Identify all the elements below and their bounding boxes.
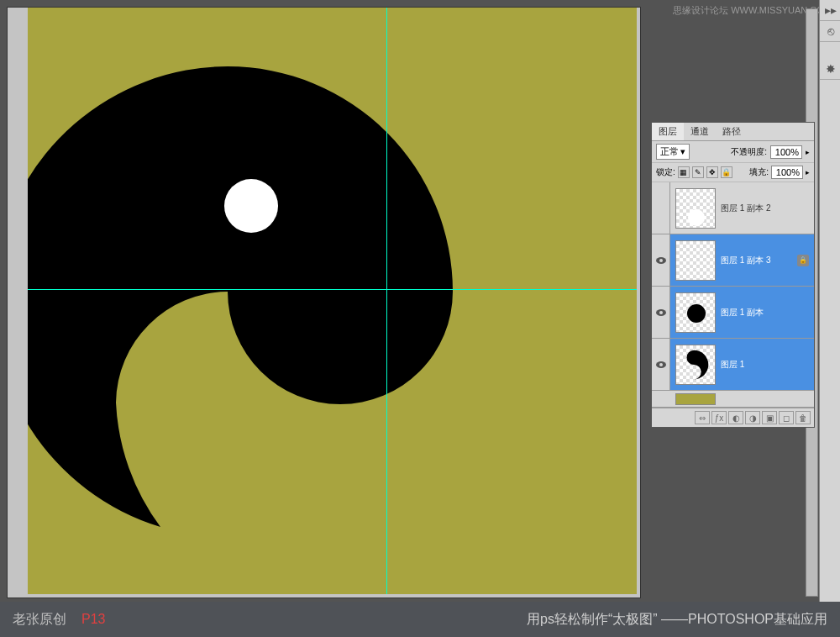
layer-item[interactable]: 图层 1 副本 <box>652 287 814 339</box>
blend-mode-dropdown[interactable]: 正常 ▾ <box>656 144 690 160</box>
layer-thumbnail[interactable] <box>675 188 716 229</box>
collapse-icon[interactable]: ▸▸ <box>820 0 840 21</box>
history-icon[interactable]: ⎋ <box>820 21 840 42</box>
layer-thumbnail[interactable] <box>675 292 716 333</box>
visibility-toggle[interactable] <box>652 339 670 390</box>
link-layers-icon[interactable]: ⇔ <box>695 411 710 424</box>
visibility-toggle[interactable] <box>652 287 670 338</box>
layer-name: 图层 1 副本 <box>721 307 814 318</box>
fill-flyout-icon[interactable]: ▸ <box>806 168 810 176</box>
layer-name: 图层 1 副本 3 <box>721 255 797 266</box>
layer-list: 图层 1 副本 2 图层 1 副本 3 🔒 图层 1 副本 图层 1 <box>652 182 814 408</box>
layer-item[interactable]: 图层 1 副本 3 🔒 <box>652 234 814 287</box>
opacity-flyout-icon[interactable]: ▸ <box>806 148 810 156</box>
right-tool-strip: ▸▸ ⎋ ✸ <box>819 0 840 605</box>
layer-name: 图层 1 <box>721 359 814 371</box>
fill-input[interactable]: 100% <box>771 166 803 179</box>
eye-icon <box>656 361 666 368</box>
page-label: P13 <box>81 612 105 627</box>
bottom-caption-bar: 老张原创 P13 用ps轻松制作“太极图” ——PHOTOSHOP基础应用 <box>0 602 840 637</box>
vertical-guide[interactable] <box>386 8 387 594</box>
adjustment-icon[interactable]: ◑ <box>745 411 760 424</box>
bg-color-swatch <box>675 393 716 405</box>
lock-icon: 🔒 <box>797 255 809 266</box>
layer-thumbnail[interactable] <box>675 345 716 385</box>
lock-brush-icon[interactable]: ✎ <box>692 166 704 178</box>
fill-label: 填充: <box>749 166 769 178</box>
svg-point-0 <box>224 179 278 233</box>
layer-name: 图层 1 副本 2 <box>721 203 814 214</box>
delete-icon[interactable]: 🗑 <box>795 411 811 424</box>
layer-thumbnail[interactable] <box>675 240 716 281</box>
layers-panel: 图层 通道 路径 正常 ▾ 不透明度: 100% ▸ 锁定: ▦ ✎ ✥ 🔒 填… <box>651 122 815 428</box>
layer-item[interactable]: 图层 1 <box>652 339 814 391</box>
lock-transparent-icon[interactable]: ▦ <box>678 166 690 178</box>
background-swatch-row[interactable] <box>652 391 814 408</box>
opacity-input[interactable]: 100% <box>770 145 802 159</box>
taiji-shape <box>28 66 456 537</box>
mask-icon[interactable]: ◐ <box>728 411 743 424</box>
lock-move-icon[interactable]: ✥ <box>706 166 718 178</box>
tab-paths[interactable]: 路径 <box>716 123 748 140</box>
panel-footer: ⇔ ƒx ◐ ◑ ▣ ◻ 🗑 <box>652 408 814 427</box>
blend-mode-label: 正常 <box>660 145 679 158</box>
new-layer-icon[interactable]: ◻ <box>779 411 794 424</box>
visibility-toggle[interactable] <box>652 234 670 286</box>
eye-icon <box>656 309 666 316</box>
horizontal-guide[interactable] <box>28 289 637 290</box>
eye-icon <box>656 257 666 264</box>
visibility-toggle[interactable] <box>652 182 670 234</box>
author-label: 老张原创 <box>13 611 66 629</box>
document-canvas[interactable] <box>28 8 637 594</box>
settings-icon[interactable]: ✸ <box>820 59 840 80</box>
tab-layers[interactable]: 图层 <box>652 123 684 140</box>
panel-tabs: 图层 通道 路径 <box>652 123 814 141</box>
layer-item[interactable]: 图层 1 副本 2 <box>652 182 814 234</box>
fx-icon[interactable]: ƒx <box>711 411 727 424</box>
lock-all-icon[interactable]: 🔒 <box>721 166 732 178</box>
chevron-down-icon: ▾ <box>680 146 685 157</box>
tab-channels[interactable]: 通道 <box>684 123 716 140</box>
opacity-label: 不透明度: <box>731 146 767 158</box>
group-icon[interactable]: ▣ <box>762 411 777 424</box>
lock-label: 锁定: <box>656 166 675 178</box>
canvas-viewport <box>7 7 641 598</box>
title-label: 用ps轻松制作“太极图” ——PHOTOSHOP基础应用 <box>527 611 827 629</box>
